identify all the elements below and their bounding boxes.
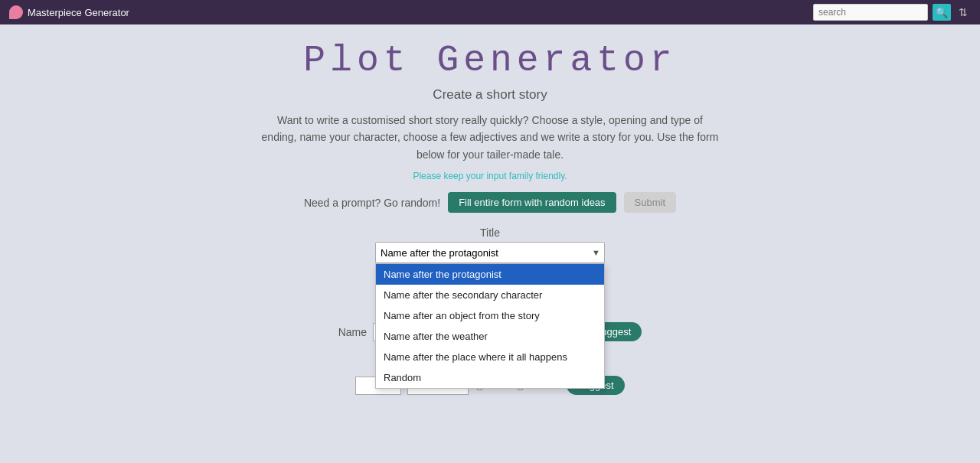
title-label: Title (480, 227, 500, 239)
page-description: Want to write a customised short story r… (260, 112, 720, 163)
main-content: Plot Generator Create a short story Want… (0, 24, 980, 426)
title-select-container: Name after the protagonistName after the… (375, 242, 605, 263)
navbar: Masterpiece Generator 🔍 ⇅ (0, 0, 980, 24)
menu-icon-button[interactable]: ⇅ (956, 5, 971, 20)
search-button[interactable]: 🔍 (933, 4, 951, 21)
protagonist-name-label: Name (338, 326, 367, 338)
title-select[interactable]: Name after the protagonistName after the… (375, 242, 605, 263)
brand-name: Masterpiece Generator (28, 7, 129, 18)
search-input[interactable] (813, 4, 928, 21)
brand-logo-icon (9, 5, 23, 19)
prompt-row: Need a prompt? Go random! Fill entire fo… (304, 192, 676, 213)
family-friendly-note: Please keep your input family friendly. (413, 171, 567, 181)
menu-icon: ⇅ (959, 6, 968, 18)
page-title: Plot Generator (303, 40, 676, 81)
dropdown-option[interactable]: Name after the place where it all happen… (376, 347, 604, 367)
form-section: Title Name after the protagonistName aft… (222, 227, 758, 395)
page-subtitle: Create a short story (433, 87, 547, 103)
fill-random-button[interactable]: Fill entire form with random ideas (448, 192, 616, 213)
nav-brand: Masterpiece Generator (9, 5, 129, 19)
title-dropdown: Name after the protagonistName after the… (375, 263, 605, 389)
nav-right: 🔍 ⇅ (813, 4, 971, 21)
prompt-label: Need a prompt? Go random! (304, 197, 440, 209)
dropdown-option[interactable]: Name after an object from the story (376, 305, 604, 326)
dropdown-option[interactable]: Name after the secondary character (376, 285, 604, 305)
dropdown-option[interactable]: Random (376, 367, 604, 388)
dropdown-option[interactable]: Name after the weather (376, 326, 604, 347)
search-icon: 🔍 (936, 7, 948, 18)
submit-button[interactable]: Submit (624, 192, 676, 213)
dropdown-option[interactable]: Name after the protagonist (376, 264, 604, 285)
